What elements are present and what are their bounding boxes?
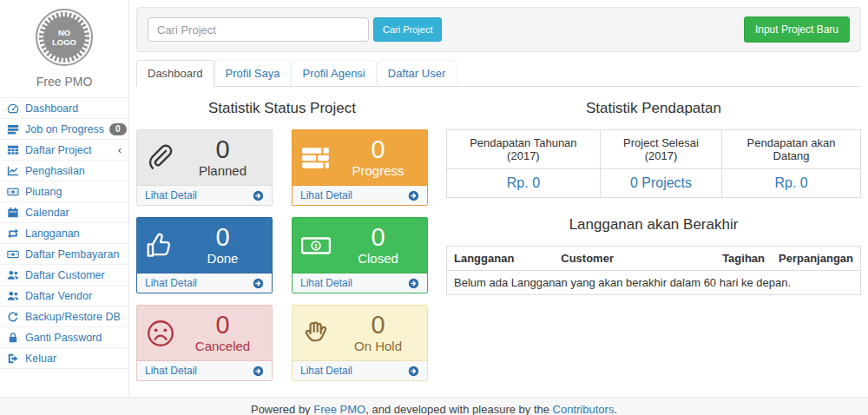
arrow-circle-right-icon xyxy=(253,278,264,289)
contributors-link[interactable]: Contributors xyxy=(553,403,615,415)
sidebar-item-label: Piutang xyxy=(25,186,122,198)
project-search-bar: Cari Project Input Project Baru xyxy=(136,7,861,52)
users-icon xyxy=(7,269,20,281)
lihat-detail-link-on-hold[interactable]: Lihat Detail xyxy=(293,360,427,380)
status-card-progress: 0 Progress Lihat Detail xyxy=(292,129,428,206)
no-logo-seal-icon: NO LOGO xyxy=(34,7,95,68)
lihat-detail-link-planned[interactable]: Lihat Detail xyxy=(137,185,272,205)
lihat-detail-link-canceled[interactable]: Lihat Detail xyxy=(137,360,272,380)
subscription-section-title: Langganan akan Berakhir xyxy=(446,216,861,234)
svg-text:LOGO: LOGO xyxy=(52,37,76,47)
done-count: 0 xyxy=(181,224,264,250)
subs-empty-message: Belum ada Langganan yang akan berakhir d… xyxy=(447,271,861,295)
tab-daftar-user[interactable]: Daftar User xyxy=(377,60,457,87)
sidebar-item-dashboard[interactable]: Dashboard xyxy=(0,98,128,119)
logo-area: NO LOGO Free PMO xyxy=(0,0,128,97)
lock-icon xyxy=(7,332,20,344)
sidebar-item-label: Daftar Pembayaran xyxy=(25,248,122,260)
sidebar-item-daftar-pembayaran[interactable]: Daftar Pembayaran xyxy=(0,244,128,265)
sidebar-item-label: Langganan xyxy=(25,227,122,240)
svg-text:NO: NO xyxy=(58,28,70,37)
on-hold-label: On Hold xyxy=(337,339,419,354)
income-section-title: Statistik Pendapatan xyxy=(446,100,861,117)
free-pmo-link[interactable]: Free PMO xyxy=(313,403,365,415)
lihat-detail-link-closed[interactable]: Lihat Detail xyxy=(293,273,427,293)
sidebar-item-label: Ganti Password xyxy=(25,332,122,344)
dashboard-icon xyxy=(7,102,20,115)
arrow-circle-right-icon xyxy=(253,190,264,201)
income-section: Statistik Pendapatan Pendapatan Tahunan … xyxy=(428,87,861,381)
sidebar-item-label: Dashboard xyxy=(25,102,122,115)
on-hold-count: 0 xyxy=(337,312,419,338)
search-input[interactable] xyxy=(148,17,369,42)
paperclip-icon xyxy=(145,142,181,174)
money-icon xyxy=(7,248,20,260)
sidebar-item-label: Penghasilan xyxy=(25,165,122,177)
search-button[interactable]: Cari Project xyxy=(373,17,442,42)
pendapatan-akan-datang-value-link[interactable]: Rp. 0 xyxy=(774,175,807,190)
arrow-circle-right-icon xyxy=(253,366,264,377)
sidebar-item-ganti-password[interactable]: Ganti Password xyxy=(0,327,128,348)
planned-label: Planned xyxy=(181,163,264,179)
chevron-left-icon: ‹ xyxy=(118,144,122,155)
line-chart-icon xyxy=(7,165,20,177)
sidebar-item-keluar[interactable]: Keluar xyxy=(0,348,128,369)
lihat-detail-link-done[interactable]: Lihat Detail xyxy=(137,273,272,293)
pendapatan-tahunan-value-link[interactable]: Rp. 0 xyxy=(507,175,540,190)
income-col-header: Project Selesai (2017) xyxy=(600,130,721,169)
tab-profil-saya[interactable]: Profil Saya xyxy=(214,60,292,87)
subs-col-langganan: Langganan xyxy=(447,247,555,271)
sidebar-item-label: Daftar Vendor xyxy=(25,290,122,302)
sidebar: NO LOGO Free PMO Dashboard Job on Progre… xyxy=(0,0,129,397)
sidebar-item-label: Daftar Project xyxy=(25,144,113,156)
status-cards: 0 Planned Lihat Detail xyxy=(136,129,428,381)
sidebar-item-piutang[interactable]: Piutang xyxy=(0,181,128,202)
progress-label: Progress xyxy=(337,163,419,179)
input-project-baru-button[interactable]: Input Project Baru xyxy=(744,16,850,43)
project-selesai-value-link[interactable]: 0 Projects xyxy=(630,175,692,190)
sidebar-item-daftar-project[interactable]: Daftar Project ‹ xyxy=(0,140,128,161)
status-card-canceled: 0 Canceled Lihat Detail xyxy=(136,305,273,381)
sidebar-item-daftar-customer[interactable]: Daftar Customer xyxy=(0,265,128,286)
canceled-count: 0 xyxy=(181,312,264,338)
sidebar-item-label: Keluar xyxy=(25,352,122,365)
sidebar-item-label: Daftar Customer xyxy=(25,269,122,281)
subs-col-customer: Customer xyxy=(554,247,715,271)
job-count-badge: 0 xyxy=(109,123,127,135)
closed-count: 0 xyxy=(337,224,419,250)
thumbs-up-icon xyxy=(145,230,181,261)
tab-dashboard[interactable]: Dashboard xyxy=(136,60,214,87)
sidebar-item-daftar-vendor[interactable]: Daftar Vendor xyxy=(0,286,128,306)
retweet-icon xyxy=(7,227,20,240)
brand-name: Free PMO xyxy=(0,75,128,89)
calendar-icon xyxy=(7,207,20,219)
tab-bar: Dashboard Profil Saya Profil Agensi Daft… xyxy=(136,60,861,87)
tasks-icon xyxy=(300,142,337,174)
tab-profil-agensi[interactable]: Profil Agensi xyxy=(291,60,376,87)
refresh-icon xyxy=(7,311,20,323)
status-card-on-hold: 0 On Hold Lihat Detail xyxy=(292,305,428,381)
income-table: Pendapatan Tahunan (2017) Project Selesa… xyxy=(446,129,861,198)
subs-col-perpanjangan: Perpanjangan xyxy=(772,247,860,271)
money-icon: 1 xyxy=(300,230,337,261)
sidebar-item-backup-restore-db[interactable]: Backup/Restore DB xyxy=(0,306,128,327)
sidebar-item-calendar[interactable]: Calendar xyxy=(0,202,128,223)
status-card-planned: 0 Planned Lihat Detail xyxy=(136,129,273,206)
sidebar-item-job-on-progress[interactable]: Job on Progress 0 xyxy=(0,119,128,140)
status-section-title: Statistik Status Project xyxy=(136,100,428,117)
page-footer: Powered by Free PMO, and developed with … xyxy=(0,397,868,415)
planned-count: 0 xyxy=(181,136,264,162)
sidebar-item-penghasilan[interactable]: Penghasilan xyxy=(0,161,128,181)
sidebar-item-label: Job on Progress xyxy=(25,123,104,135)
income-col-header: Pendapatan Tahunan (2017) xyxy=(447,130,601,169)
arrow-circle-right-icon xyxy=(408,278,419,289)
hand-paper-icon xyxy=(300,318,337,349)
lihat-detail-link-progress[interactable]: Lihat Detail xyxy=(293,185,427,205)
money-icon xyxy=(7,186,20,198)
income-col-header: Pendapatan akan Datang xyxy=(722,130,861,169)
frown-icon xyxy=(145,318,181,349)
sidebar-item-label: Backup/Restore DB xyxy=(25,311,122,323)
status-card-closed: 1 0 Closed Lihat Detail xyxy=(292,217,428,293)
svg-text:1: 1 xyxy=(314,241,319,249)
sidebar-item-langganan[interactable]: Langganan xyxy=(0,223,128,244)
